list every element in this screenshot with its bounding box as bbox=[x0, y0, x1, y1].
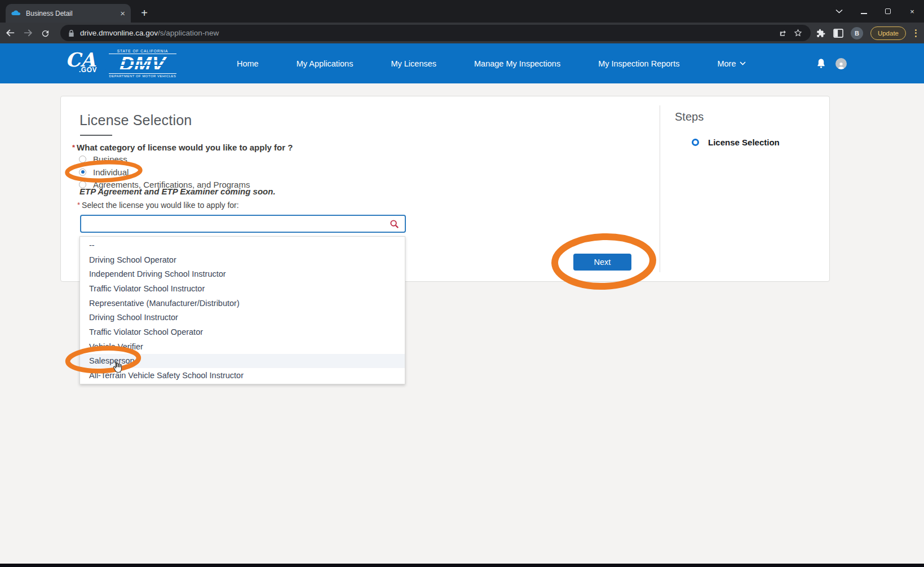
nav-link-my-applications[interactable]: My Applications bbox=[297, 59, 353, 68]
category-question-label: *What category of license would you like… bbox=[72, 143, 293, 152]
side-panel-icon[interactable] bbox=[833, 29, 843, 38]
dropdown-item-salesperson[interactable]: Salesperson bbox=[80, 354, 405, 369]
radio-option-business[interactable]: Business bbox=[79, 152, 127, 166]
site-navbar: CA .GOV STATE OF CALIFORNIA DMV DEPARTME… bbox=[0, 43, 924, 83]
nav-link-manage-my-inspections[interactable]: Manage My Inspections bbox=[474, 59, 560, 68]
license-dropdown: -- Driving School Operator Independent D… bbox=[79, 236, 405, 384]
dropdown-item[interactable]: Traffic Violator School Operator bbox=[80, 325, 405, 339]
update-button[interactable]: Update bbox=[870, 26, 906, 40]
url-text: drive.dmvonline.ca.gov/s/application-new bbox=[80, 29, 219, 37]
nav-link-home[interactable]: Home bbox=[237, 59, 259, 68]
nav-link-more[interactable]: More bbox=[717, 59, 746, 68]
step-active-radio-icon bbox=[692, 139, 699, 146]
title-underline bbox=[80, 135, 112, 136]
notifications-bell-icon[interactable] bbox=[816, 58, 826, 69]
license-search-box[interactable] bbox=[80, 215, 406, 233]
browser-tab[interactable]: Business Detail × bbox=[6, 4, 131, 23]
back-button[interactable] bbox=[3, 26, 18, 41]
radio-individual-icon[interactable] bbox=[79, 169, 86, 176]
lock-icon bbox=[68, 29, 74, 37]
reload-button[interactable] bbox=[38, 26, 52, 41]
browser-menu-icon[interactable] bbox=[913, 29, 918, 37]
window-maximize-button[interactable] bbox=[884, 7, 892, 16]
nav-link-my-licenses[interactable]: My Licenses bbox=[391, 59, 436, 68]
dropdown-item[interactable]: Vehicle Verifier bbox=[80, 339, 405, 354]
new-tab-button[interactable]: + bbox=[137, 6, 152, 20]
dropdown-item[interactable]: All-Terrain Vehicle Safety School Instru… bbox=[80, 368, 405, 383]
page-content: License Selection *What category of lice… bbox=[0, 83, 924, 564]
forward-button[interactable] bbox=[21, 26, 36, 41]
dropdown-item[interactable]: Representative (Manufacturer/Distributor… bbox=[80, 296, 405, 311]
window-minimize-button[interactable] bbox=[860, 7, 868, 16]
tab-search-chevron-icon[interactable] bbox=[835, 9, 843, 14]
ca-gov-logo[interactable]: CA .GOV bbox=[65, 50, 99, 77]
next-button[interactable]: Next bbox=[573, 254, 631, 271]
select-license-label: *Select the license you would like to ap… bbox=[77, 201, 239, 210]
dropdown-item[interactable]: Independent Driving School Instructor bbox=[80, 267, 405, 281]
bookmark-star-icon[interactable] bbox=[793, 28, 803, 38]
tab-title: Business Detail bbox=[26, 10, 115, 17]
license-search-input[interactable] bbox=[81, 216, 390, 232]
search-icon[interactable] bbox=[390, 219, 399, 229]
bottom-edge-bar bbox=[0, 564, 924, 567]
chevron-down-icon bbox=[740, 61, 746, 65]
tab-close-icon[interactable]: × bbox=[120, 9, 125, 17]
browser-titlebar: Business Detail × + × bbox=[0, 0, 924, 23]
steps-divider bbox=[660, 105, 660, 272]
dropdown-item[interactable]: Driving School Instructor bbox=[80, 311, 405, 325]
browser-window: Business Detail × + × drive.dmvonline bbox=[0, 0, 924, 567]
window-close-button[interactable]: × bbox=[908, 7, 916, 16]
url-bar[interactable]: drive.dmvonline.ca.gov/s/application-new bbox=[60, 25, 811, 41]
url-path: /s/application-new bbox=[158, 29, 219, 37]
share-icon[interactable] bbox=[778, 29, 788, 38]
dropdown-item[interactable]: Driving School Operator bbox=[80, 253, 405, 267]
steps-title: Steps bbox=[675, 110, 704, 123]
user-profile-avatar[interactable] bbox=[835, 58, 847, 69]
radio-option-individual[interactable]: Individual bbox=[79, 165, 129, 179]
radio-business-icon[interactable] bbox=[79, 156, 86, 163]
browser-toolbar: drive.dmvonline.ca.gov/s/application-new… bbox=[0, 23, 924, 43]
url-host: drive.dmvonline.ca.gov bbox=[80, 29, 158, 37]
step-license-selection: License Selection bbox=[692, 135, 780, 149]
dropdown-item[interactable]: -- bbox=[80, 238, 405, 253]
browser-profile-avatar[interactable]: B bbox=[851, 27, 863, 39]
etp-coming-soon-note: ETP Agreement and ETP Examiner coming so… bbox=[79, 187, 276, 196]
dropdown-item[interactable]: Traffic Violator School Instructor bbox=[80, 281, 405, 296]
nav-link-my-inspection-reports[interactable]: My Inspection Reports bbox=[598, 59, 679, 68]
page-title: License Selection bbox=[79, 112, 192, 129]
extensions-puzzle-icon[interactable] bbox=[816, 28, 826, 38]
dmv-logo[interactable]: STATE OF CALIFORNIA DMV DEPARTMENT OF MO… bbox=[109, 49, 176, 78]
tab-favicon-cloud-icon bbox=[11, 10, 21, 17]
